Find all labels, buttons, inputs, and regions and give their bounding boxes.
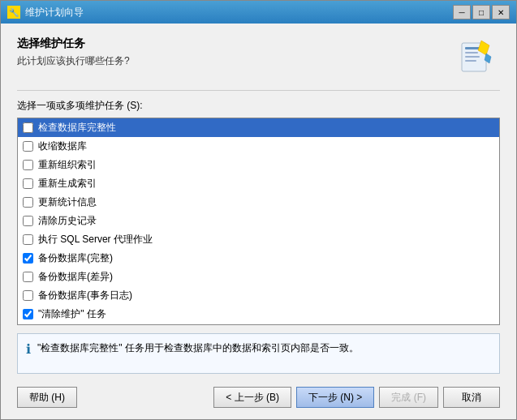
task-label: 执行 SQL Server 代理作业 [38,233,153,246]
task-item[interactable]: 更新统计信息 [18,193,499,212]
task-label: 备份数据库(事务日志) [38,289,132,302]
task-item[interactable]: 收缩数据库 [18,137,499,156]
task-checkbox[interactable] [23,253,33,264]
task-label: 备份数据库(差异) [38,270,113,284]
task-item[interactable]: 执行 SQL Server 代理作业 [18,230,499,249]
close-button[interactable]: ✕ [492,5,510,19]
navigation-buttons: < 上一步 (B) 下一步 (N) > 完成 (F) 取消 [213,387,500,408]
back-button[interactable]: < 上一步 (B) [213,387,291,408]
help-button[interactable]: 帮助 (H) [17,387,77,408]
wizard-graphic [455,39,496,75]
task-label: "清除维护" 任务 [38,307,106,321]
task-item[interactable]: 重新生成索引 [18,174,499,193]
cancel-button[interactable]: 取消 [443,387,500,408]
header-text: 选择维护任务 此计划应该执行哪些任务? [17,36,130,68]
task-label: 收缩数据库 [38,139,87,153]
header-section: 选择维护任务 此计划应该执行哪些任务? [17,36,500,77]
title-bar: 🔧 维护计划向导 ─ □ ✕ [1,1,516,24]
header-divider [17,90,500,91]
next-button[interactable]: 下一步 (N) > [296,387,374,408]
task-checkbox[interactable] [23,122,33,133]
task-item[interactable]: 备份数据库(事务日志) [18,286,499,305]
task-checkbox[interactable] [23,272,33,282]
task-checkbox[interactable] [23,160,33,170]
task-label: 更新统计信息 [38,195,97,209]
page-title: 选择维护任务 [17,36,130,51]
task-item[interactable]: 清除历史记录 [18,212,499,230]
finish-button[interactable]: 完成 (F) [379,387,438,408]
task-item[interactable]: 备份数据库(完整) [18,249,499,268]
window-icon: 🔧 [7,6,20,19]
task-list-label: 选择一项或多项维护任务 (S): [17,99,500,113]
svg-rect-4 [465,60,476,62]
page-subtitle: 此计划应该执行哪些任务? [17,54,130,68]
task-checkbox[interactable] [23,309,33,319]
task-label: 重新生成索引 [38,177,97,191]
minimize-button[interactable]: ─ [453,5,471,19]
task-label: 清除历史记录 [38,214,97,228]
task-item[interactable]: 重新组织索引 [18,156,499,174]
window-controls: ─ □ ✕ [453,5,510,19]
task-checkbox[interactable] [23,178,33,189]
info-text: "检查数据库完整性" 任务用于检查数据库中的数据和索引页内部是否一致。 [37,341,359,355]
svg-rect-3 [465,56,480,58]
svg-rect-2 [465,52,478,54]
task-item[interactable]: "清除维护" 任务 [18,305,499,324]
task-item[interactable]: 检查数据库完整性 [18,118,499,137]
task-item[interactable]: 备份数据库(差异) [18,268,499,286]
info-icon: ℹ [26,341,31,357]
restore-button[interactable]: □ [472,5,490,19]
task-checkbox[interactable] [23,141,33,152]
info-box: ℹ "检查数据库完整性" 任务用于检查数据库中的数据和索引页内部是否一致。 [17,333,500,374]
main-window: 🔧 维护计划向导 ─ □ ✕ 选择维护任务 此计划应该执行哪些任务? [0,0,517,420]
task-label: 检查数据库完整性 [38,121,116,135]
main-content: 选择维护任务 此计划应该执行哪些任务? 选择一项或多项维护任务 (S): [1,24,516,419]
task-checkbox[interactable] [23,216,33,226]
task-checkbox[interactable] [23,290,33,301]
window-title: 维护计划向导 [25,6,453,19]
button-row: 帮助 (H) < 上一步 (B) 下一步 (N) > 完成 (F) 取消 [17,382,500,411]
task-label: 重新组织索引 [38,158,97,172]
task-checkbox[interactable] [23,197,33,208]
task-list[interactable]: 检查数据库完整性收缩数据库重新组织索引重新生成索引更新统计信息清除历史记录执行 … [17,118,500,325]
header-icon-area [451,36,500,77]
task-checkbox[interactable] [23,234,33,245]
task-label: 备份数据库(完整) [38,251,113,265]
